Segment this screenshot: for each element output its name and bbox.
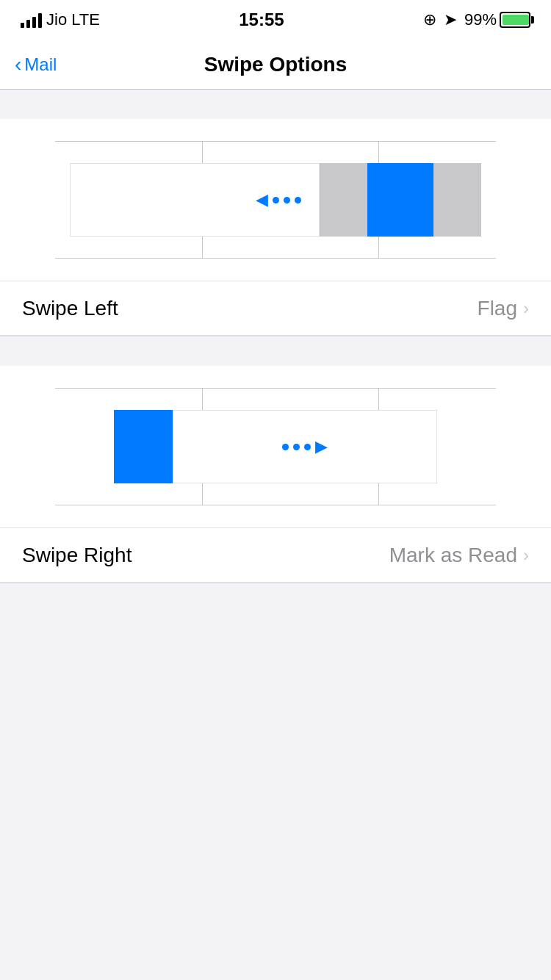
chevron-right-icon: › [523, 298, 529, 319]
cell-body: ◀ [70, 163, 320, 237]
dot-r1 [282, 444, 289, 450]
swipe-right-value-container: Mark as Read › [389, 544, 529, 567]
arrow-right-icon: ▶ [315, 437, 328, 456]
dot2 [284, 197, 290, 203]
action-gray-1 [320, 163, 367, 237]
dot1 [273, 197, 279, 203]
dot-r2 [293, 444, 300, 450]
dot3 [295, 197, 301, 203]
nav-bar: ‹ Mail Swipe Options [0, 40, 551, 90]
back-button[interactable]: ‹ Mail [15, 54, 57, 75]
page-title: Swipe Options [204, 53, 347, 76]
middle-section-gap [0, 336, 551, 366]
grid-line-h1 [55, 141, 496, 142]
chevron-right-icon-2: › [523, 545, 529, 566]
swipe-left-demo-section: ◀ [0, 119, 551, 281]
lock-icon: ⊕ [423, 10, 436, 29]
grid-line-h2 [55, 258, 496, 259]
back-label: Mail [24, 54, 57, 75]
grid-line-h4 [55, 505, 496, 505]
swipe-right-value: Mark as Read [389, 544, 517, 567]
action-blue-left [367, 163, 433, 237]
dot-r3 [304, 444, 311, 450]
swipe-dots-right: ▶ [282, 437, 328, 456]
swipe-dots-left: ◀ [256, 190, 301, 209]
left-swipe-cell: ◀ [70, 163, 481, 237]
clock: 15:55 [239, 10, 284, 30]
action-blue-right [114, 410, 173, 483]
action-gray-2 [433, 163, 481, 237]
battery-icon [500, 12, 530, 28]
battery-fill [503, 15, 529, 25]
swipe-left-demo: ◀ [55, 141, 496, 259]
arrow-left-icon: ◀ [256, 190, 268, 209]
status-left: Jio LTE [21, 10, 100, 29]
swipe-right-demo: ▶ [55, 388, 496, 505]
cell-body-right: ▶ [173, 410, 437, 483]
swipe-left-value-container: Flag › [478, 297, 529, 320]
bottom-background [0, 583, 551, 862]
signal-icon [21, 12, 42, 28]
battery-percent: 99% [464, 10, 497, 29]
top-section-gap [0, 90, 551, 119]
back-chevron-icon: ‹ [15, 54, 21, 75]
swipe-right-label: Swipe Right [22, 544, 132, 567]
swipe-left-row[interactable]: Swipe Left Flag › [0, 281, 551, 336]
swipe-left-value: Flag [478, 297, 517, 320]
grid-line-h3 [55, 388, 496, 389]
network-label: LTE [71, 10, 100, 29]
location-icon: ➤ [444, 10, 457, 29]
swipe-right-row[interactable]: Swipe Right Mark as Read › [0, 528, 551, 583]
swipe-left-label: Swipe Left [22, 297, 118, 320]
battery: 99% [464, 10, 530, 29]
swipe-right-demo-section: ▶ [0, 366, 551, 527]
carrier-label: Jio [46, 10, 67, 29]
right-swipe-cell: ▶ [114, 410, 437, 483]
status-right: ⊕ ➤ 99% [423, 10, 530, 29]
status-bar: Jio LTE 15:55 ⊕ ➤ 99% [0, 0, 551, 40]
